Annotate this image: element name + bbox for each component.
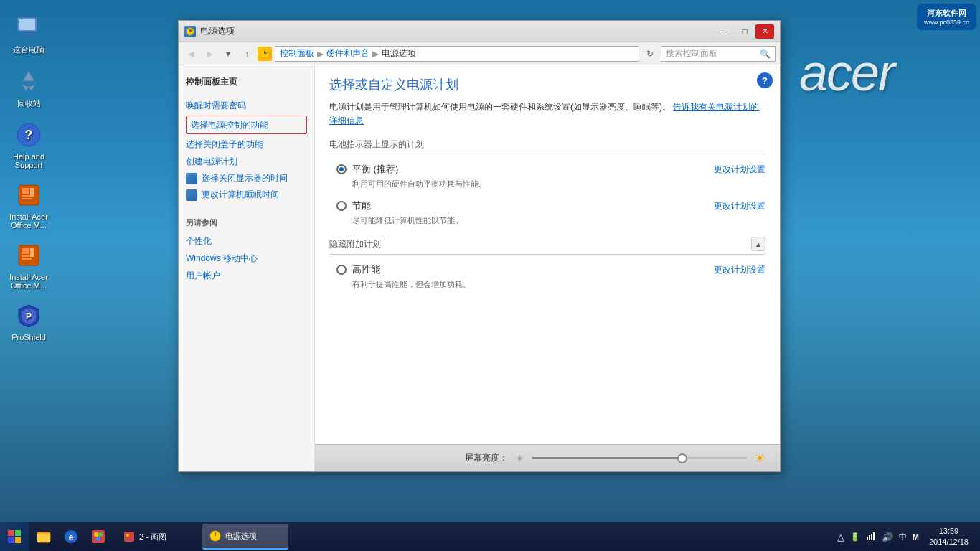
svg-rect-12 <box>22 198 32 199</box>
plan-high-perf-desc: 有利于提高性能，但会增加功耗。 <box>352 279 765 290</box>
svg-rect-28 <box>8 537 14 543</box>
address-search[interactable]: 搜索控制面板 🔍 <box>661 46 776 62</box>
hidden-plans-section: 隐藏附加计划 ▲ 高性能 更改计划设置 有利于提高性能，但会增加功耗。 <box>329 237 765 290</box>
svg-rect-2 <box>23 32 32 34</box>
svg-point-39 <box>126 534 129 537</box>
brightness-slider[interactable] <box>532 457 747 459</box>
sidebar-link-display-time[interactable]: 选择关闭显示器的时间 <box>186 170 307 187</box>
radio-power-saver[interactable] <box>336 201 347 211</box>
sidebar-link-power-button[interactable]: 选择电源控制的功能 <box>186 116 307 134</box>
plan-high-perf-name: 高性能 <box>352 263 380 276</box>
desktop-icon-help[interactable]: ? Help and Support <box>0 115 57 175</box>
minimize-button[interactable]: ─ <box>715 24 734 39</box>
sidebar-link-wakeup[interactable]: 唤醒时需要密码 <box>186 97 307 114</box>
main-content: ? 选择或自定义电源计划 电源计划是用于管理计算机如何使用电源的一套硬件和系统设… <box>315 65 780 471</box>
back-button[interactable]: ◀ <box>183 46 199 62</box>
nav-sidebar: 控制面板主页 唤醒时需要密码 选择电源控制的功能 选择关闭盖子的功能 创建电源计… <box>179 65 315 471</box>
icon-label-proshield: ProShield <box>11 333 46 342</box>
also-see-heading: 另请参阅 <box>186 217 307 228</box>
website-badge: 河东软件网 www.pc0359.cn <box>917 4 976 30</box>
task-power[interactable]: 电源选项 <box>202 524 288 550</box>
svg-point-36 <box>98 532 103 537</box>
help-button[interactable]: ? <box>757 72 773 88</box>
icon-label-recycle: 回收站 <box>17 98 41 109</box>
website-line1: 河东软件网 <box>924 8 969 19</box>
forward-button[interactable]: ▶ <box>202 46 217 62</box>
slider-thumb[interactable] <box>677 453 687 463</box>
taskbar-btn-paint[interactable] <box>85 524 111 550</box>
sidebar-link-personalize[interactable]: 个性化 <box>186 232 307 250</box>
plan-balanced-name: 平衡 (推荐) <box>352 163 398 176</box>
path-item-1[interactable]: 控制面板 <box>280 47 314 60</box>
systray-battery[interactable]: 🔋 <box>849 531 862 543</box>
svg-point-35 <box>94 532 98 537</box>
path-item-2[interactable]: 硬件和声音 <box>326 47 369 60</box>
hidden-plans-header: 隐藏附加计划 ▲ <box>329 237 765 255</box>
window-body: 控制面板主页 唤醒时需要密码 选择电源控制的功能 选择关闭盖子的功能 创建电源计… <box>179 65 780 471</box>
radio-balanced[interactable] <box>336 164 347 174</box>
plan-balanced-change[interactable]: 更改计划设置 <box>714 164 765 176</box>
path-sep-2: ▶ <box>372 49 379 59</box>
desktop-icons: 这台电脑 回收站 ? Help and Support <box>0 0 65 347</box>
systray-ime-mode[interactable]: M <box>911 531 920 542</box>
chevron-up-icon[interactable]: ▲ <box>751 237 765 251</box>
taskbar-btn-ie[interactable]: e <box>58 524 84 550</box>
task-paint[interactable]: 2 - 画图 <box>116 524 202 550</box>
desktop-icon-recycle[interactable]: 回收站 <box>0 61 57 115</box>
desktop-icon-this-pc[interactable]: 这台电脑 <box>0 7 57 61</box>
main-title: 选择或自定义电源计划 <box>329 76 765 93</box>
svg-rect-31 <box>37 534 50 542</box>
brightness-label: 屏幕亮度： <box>465 452 508 464</box>
sidebar-link-create-plan[interactable]: 创建电源计划 <box>186 153 307 170</box>
systray-clock[interactable]: 13:59 2014/12/18 <box>923 526 974 548</box>
address-path[interactable]: 控制面板 ▶ 硬件和声音 ▶ 电源选项 <box>275 46 639 62</box>
refresh-button[interactable]: ↻ <box>642 46 658 62</box>
sidebar-link-sleep-time[interactable]: 更改计算机睡眠时间 <box>186 187 307 203</box>
taskbar: e 2 - 画图 <box>0 522 980 551</box>
plan-high-perf-change[interactable]: 更改计划设置 <box>714 264 765 276</box>
plan-power-saver-change[interactable]: 更改计划设置 <box>714 200 765 212</box>
maximize-button[interactable]: □ <box>735 24 754 39</box>
systray: △ 🔋 🔊 中 M 13:59 2014/12/18 <box>830 522 980 551</box>
start-button[interactable] <box>0 522 29 551</box>
desktop-icon-proshield[interactable]: P ProShield <box>0 296 57 347</box>
svg-rect-18 <box>30 248 34 257</box>
address-right-controls: ↻ <box>642 46 658 62</box>
brightness-bar: 屏幕亮度： ☀ ☀ <box>315 444 780 471</box>
svg-rect-13 <box>30 188 34 197</box>
website-line2: www.pc0359.cn <box>924 19 969 26</box>
systray-expand[interactable]: △ <box>836 530 846 544</box>
plan-balanced-desc: 利用可用的硬件自动平衡功耗与性能。 <box>352 179 765 189</box>
window-title: 电源选项 <box>200 25 715 37</box>
clock-time: 13:59 <box>929 526 969 537</box>
radio-high-perf[interactable] <box>336 265 347 275</box>
path-sep-1: ▶ <box>317 49 324 59</box>
up-button[interactable]: ↑ <box>239 46 255 62</box>
desktop-icon-office1[interactable]: Install Acer Office M... <box>0 175 57 235</box>
office2-icon <box>14 241 43 270</box>
svg-rect-27 <box>15 530 21 536</box>
desktop-icon-office2[interactable]: Install Acer Office M... <box>0 235 57 296</box>
systray-ime-lang[interactable]: 中 <box>897 530 908 544</box>
svg-point-37 <box>96 537 100 541</box>
sidebar-link-user-accounts[interactable]: 用户帐户 <box>186 267 307 284</box>
power-options-window: 电源选项 ─ □ ✕ ◀ ▶ ▾ ↑ 控制面板 ▶ 硬件和声音 ▶ 电源选项 <box>178 20 781 472</box>
sleep-icon <box>186 189 197 201</box>
taskbar-btn-explorer[interactable] <box>31 524 57 550</box>
sidebar-link-mobility[interactable]: Windows 移动中心 <box>186 250 307 267</box>
window-controls: ─ □ ✕ <box>715 24 774 39</box>
close-button[interactable]: ✕ <box>755 24 774 39</box>
sun-dim-icon: ☀ <box>515 453 524 464</box>
systray-volume[interactable]: 🔊 <box>880 530 895 544</box>
svg-rect-1 <box>19 19 35 30</box>
icon-label-help: Help and Support <box>13 152 44 169</box>
svg-rect-17 <box>22 258 32 260</box>
plan-power-saver-name: 节能 <box>352 199 371 212</box>
systray-network[interactable] <box>864 529 877 544</box>
dropdown-button[interactable]: ▾ <box>220 46 236 62</box>
sidebar-link-close-lid[interactable]: 选择关闭盖子的功能 <box>186 136 307 153</box>
taskbar-pinned: e <box>29 522 113 551</box>
recycle-icon <box>14 67 43 95</box>
path-item-3: 电源选项 <box>382 47 416 60</box>
plan-high-perf: 高性能 更改计划设置 有利于提高性能，但会增加功耗。 <box>329 263 765 290</box>
